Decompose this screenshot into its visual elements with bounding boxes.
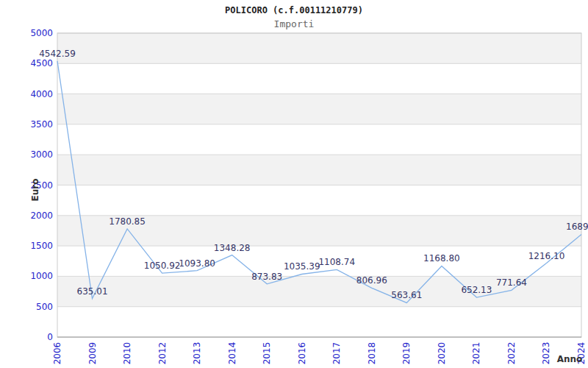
data-point-label: 1348.28 [214, 243, 251, 253]
data-point-label: 563.61 [391, 290, 422, 300]
data-point-label: 1780.85 [109, 216, 146, 227]
band [57, 94, 581, 124]
x-tick-label: 2014 [227, 342, 237, 365]
y-tick-label: 5000 [30, 28, 53, 38]
x-axis-tick-labels: 2006200920102012201320142015201620172018… [52, 342, 587, 365]
data-point-label: 1108.74 [318, 257, 355, 267]
y-tick-label: 1500 [30, 241, 53, 251]
x-tick-label: 2015 [262, 342, 272, 365]
x-tick-label: 2020 [437, 342, 447, 365]
y-tick-label: 4500 [30, 58, 53, 68]
x-tick-label: 2013 [192, 342, 202, 365]
data-point-label: 1035.39 [284, 261, 320, 272]
x-tick-label: 2018 [367, 342, 377, 365]
x-tick-label: 2023 [541, 342, 551, 365]
data-point-label: 1689.7 [566, 222, 588, 232]
y-tick-label: 3500 [30, 119, 53, 130]
data-point-label: 635.01 [77, 286, 108, 297]
x-tick-label: 2010 [122, 342, 132, 365]
y-tick-label: 4000 [30, 89, 53, 99]
x-tick-label: 2012 [157, 342, 168, 365]
data-point-label: 652.13 [461, 285, 492, 295]
x-tick-label: 2006 [52, 342, 62, 365]
data-point-label: 873.83 [251, 272, 282, 282]
y-tick-label: 3000 [30, 149, 53, 160]
data-point-label: 771.64 [496, 277, 527, 288]
y-tick-label: 1000 [30, 271, 53, 281]
data-point-label: 1093.80 [179, 258, 215, 269]
y-tick-label: 500 [36, 302, 53, 312]
y-tick-label: 0 [47, 332, 53, 342]
y-tick-label: 2000 [30, 210, 53, 221]
data-point-label: 1168.80 [423, 253, 460, 263]
x-tick-label: 2019 [401, 342, 412, 365]
x-tick-label: 2021 [471, 342, 481, 365]
x-tick-label: 2022 [506, 342, 517, 365]
y-axis-title: Euro [30, 179, 40, 202]
band [57, 155, 581, 185]
x-tick-label: 2017 [331, 342, 342, 365]
data-point-label: 4542.59 [39, 49, 76, 59]
band [57, 33, 581, 63]
data-point-label: 1216.10 [528, 251, 565, 261]
x-tick-label: 2009 [87, 342, 98, 365]
data-point-label: 1050.92 [144, 261, 181, 271]
x-axis-title: Anno [557, 354, 583, 364]
importi-line-chart: 0500100015002000250030003500400045005000… [0, 0, 588, 368]
x-tick-label: 2016 [297, 342, 307, 365]
data-point-label: 806.96 [356, 275, 387, 286]
